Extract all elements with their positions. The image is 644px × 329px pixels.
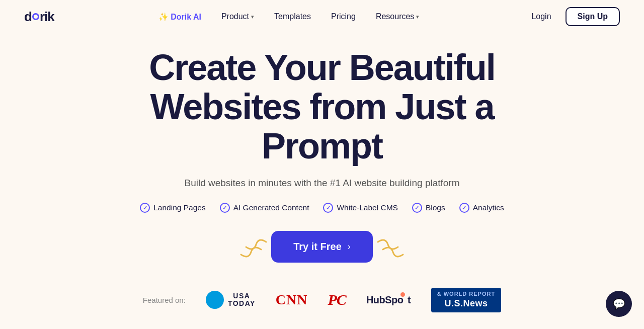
check-icon-analytics [459, 203, 469, 213]
logo-cnn: CNN [276, 292, 308, 308]
logo-usnews: & WORLD REPORT U.S.News [431, 288, 501, 312]
try-free-button[interactable]: Try it Free › [271, 231, 373, 263]
squiggle-left-icon [231, 232, 271, 262]
hubspot-dot-icon [400, 292, 405, 297]
feature-badges: Landing Pages AI Generated Content White… [24, 203, 620, 213]
logo[interactable]: drik [24, 9, 54, 25]
nav-item-product[interactable]: Product ▾ [213, 8, 262, 25]
check-icon-ai [220, 203, 230, 213]
usatoday-circle-icon [206, 291, 224, 309]
featured-section: Featured on: USA TODAY CNN PC HubSp o [24, 288, 620, 327]
badge-whitelabel: White-Label CMS [323, 203, 397, 213]
badge-ai-content: AI Generated Content [220, 203, 309, 213]
chat-button[interactable]: 💬 [606, 291, 632, 317]
nav-item-templates[interactable]: Templates [266, 8, 319, 25]
squiggle-right-icon [373, 232, 413, 262]
signup-button[interactable]: Sign Up [566, 7, 620, 26]
product-chevron-icon: ▾ [251, 14, 254, 20]
logo-hubspot: HubSp o t [366, 294, 411, 306]
badge-analytics: Analytics [459, 203, 504, 213]
arrow-right-icon: › [348, 241, 351, 252]
usatoday-text: USA TODAY [228, 292, 256, 308]
check-icon-blogs [412, 203, 422, 213]
nav-auth: Login Sign Up [523, 7, 620, 26]
logo-pcmag: PC [328, 291, 346, 308]
hero-section: Create Your Beautiful Websites from Just… [0, 33, 644, 329]
badge-blogs: Blogs [412, 203, 445, 213]
featured-label: Featured on: [143, 296, 186, 304]
chat-icon: 💬 [613, 298, 625, 310]
check-icon-landing [140, 203, 150, 213]
hero-title: Create Your Beautiful Websites from Just… [96, 48, 548, 166]
nav-item-pricing[interactable]: Pricing [323, 8, 364, 25]
cta-area: Try it Free › [24, 231, 620, 263]
nav-links: ✨ Dorik AI Product ▾ Templates Pricing R… [150, 8, 428, 26]
logo-usatoday: USA TODAY [206, 291, 256, 309]
navigation: drik ✨ Dorik AI Product ▾ Templates Pric… [0, 0, 644, 33]
resources-chevron-icon: ▾ [416, 14, 419, 20]
hero-subtitle: Build websites in minutes with the #1 AI… [24, 178, 620, 189]
check-icon-whitelabel [323, 203, 333, 213]
badge-landing-pages: Landing Pages [140, 203, 205, 213]
featured-logos: USA TODAY CNN PC HubSp o t & W [206, 288, 501, 312]
nav-item-ai[interactable]: ✨ Dorik AI [150, 8, 209, 26]
try-free-label: Try it Free [293, 241, 342, 253]
nav-item-resources[interactable]: Resources ▾ [368, 8, 427, 25]
login-button[interactable]: Login [523, 8, 559, 25]
